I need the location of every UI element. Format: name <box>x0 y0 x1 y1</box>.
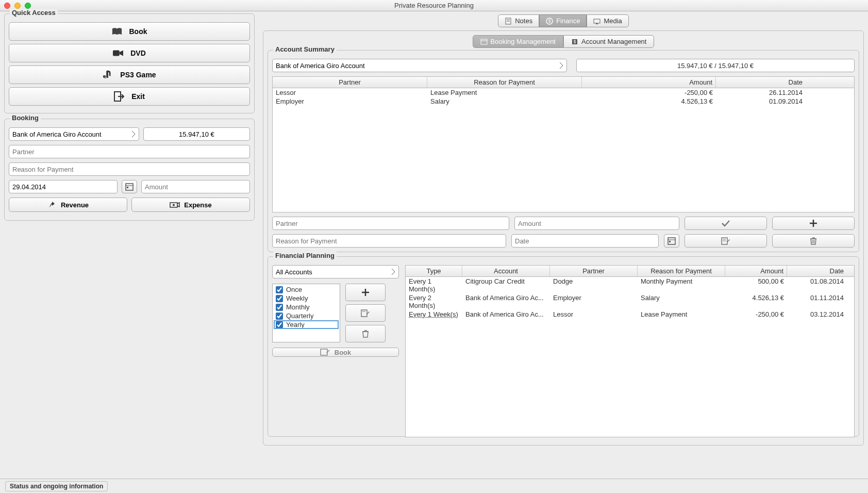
col-reason[interactable]: Reason for Payment <box>427 77 582 88</box>
tab-notes-label: Notes <box>515 17 532 25</box>
trash-icon <box>362 330 369 338</box>
frequency-label: Once <box>286 286 302 293</box>
col-amount[interactable]: Amount <box>582 77 716 88</box>
table-row[interactable]: Every 1 Month(s)Citigroup Car CreditDodg… <box>406 277 854 293</box>
subtab-account-label: Account Management <box>581 38 646 45</box>
dvd-button-label: DVD <box>130 49 146 57</box>
table-row[interactable]: EmployerSalary4.526,13 €01.09.2014 <box>273 97 854 106</box>
planning-book-label: Book <box>335 349 352 356</box>
media-icon <box>593 18 600 25</box>
frequency-label: Weekly <box>286 294 308 302</box>
expense-button[interactable]: Expense <box>131 198 250 212</box>
frequency-weekly[interactable]: Weekly <box>274 294 339 303</box>
dvd-button[interactable]: DVD <box>9 44 250 62</box>
subtab-account-management[interactable]: $ Account Management <box>563 35 654 48</box>
booking-reason-input[interactable] <box>9 162 250 176</box>
frequency-checkbox[interactable] <box>276 286 283 293</box>
col-date[interactable]: Date <box>716 77 854 88</box>
summary-account-select[interactable]: Bank of America Giro Account <box>272 59 567 72</box>
booking-balance-field[interactable] <box>143 127 250 141</box>
zoom-window-button[interactable] <box>25 3 31 9</box>
entry-confirm-button[interactable] <box>685 217 767 230</box>
minimize-window-button[interactable] <box>14 3 21 9</box>
tab-media[interactable]: Media <box>587 14 628 27</box>
book-button[interactable]: Book <box>9 22 250 41</box>
table-row[interactable]: LessorLease Payment-250,00 €26.11.2014 <box>273 88 854 97</box>
summary-balance-display: 15.947,10 € / 15.947,10 € <box>576 59 855 72</box>
frequency-checkbox[interactable] <box>276 321 283 328</box>
frequency-quarterly[interactable]: Quarterly <box>274 311 339 320</box>
entry-amount-input[interactable] <box>514 217 679 230</box>
expense-icon <box>170 201 180 208</box>
entry-reason-input[interactable] <box>272 234 506 248</box>
entry-partner-input[interactable] <box>272 217 509 230</box>
svg-text:$: $ <box>548 19 551 24</box>
booking-amount-input[interactable] <box>141 180 250 193</box>
ps3-game-button[interactable]: PS3 Game <box>9 65 250 84</box>
summary-table: Partner Reason for Payment Amount Date L… <box>272 76 855 212</box>
status-text: Status and ongoing information <box>5 481 108 491</box>
svg-rect-12 <box>594 19 600 23</box>
booking-account-select[interactable]: Bank of America Giro Account <box>9 127 139 141</box>
frequency-yearly[interactable]: Yearly <box>274 320 339 329</box>
booking-date-picker-button[interactable] <box>122 180 137 193</box>
entry-date-input[interactable] <box>511 234 659 248</box>
svg-rect-27 <box>361 310 367 317</box>
close-window-button[interactable] <box>4 3 10 9</box>
table-row[interactable]: Every 1 Week(s)Bank of America Giro Ac..… <box>406 310 854 319</box>
plan-col-partner[interactable]: Partner <box>550 266 638 276</box>
plan-col-amount[interactable]: Amount <box>725 266 787 276</box>
expense-label: Expense <box>184 201 211 209</box>
revenue-button[interactable]: Revenue <box>9 198 127 212</box>
entry-edit-button[interactable] <box>685 234 767 248</box>
booking-mgmt-icon <box>480 38 488 45</box>
main-tabs: Notes $ Finance Media <box>263 14 864 27</box>
plan-col-account[interactable]: Account <box>462 266 550 276</box>
entry-delete-button[interactable] <box>772 234 855 248</box>
planning-edit-button[interactable] <box>345 304 386 322</box>
col-partner[interactable]: Partner <box>273 77 427 88</box>
subtab-booking-management[interactable]: Booking Management <box>473 35 563 48</box>
booking-group: Booking Bank of America Giro Account <box>4 119 255 221</box>
plan-col-date[interactable]: Date <box>787 266 854 276</box>
calendar-icon <box>667 237 676 245</box>
svg-rect-14 <box>481 39 487 44</box>
subtab-booking-label: Booking Management <box>491 38 556 45</box>
frequency-monthly[interactable]: Monthly <box>274 303 339 311</box>
plan-col-type[interactable]: Type <box>406 266 462 276</box>
quick-access-group: Quick Access Book DVD PS3 Game Exit <box>4 13 255 113</box>
quick-access-legend: Quick Access <box>10 9 58 17</box>
booking-date-input[interactable] <box>9 180 118 193</box>
planning-book-button[interactable]: Book <box>272 348 399 357</box>
window-title: Private Resource Planning <box>0 2 868 9</box>
frequency-checkbox[interactable] <box>276 295 283 302</box>
svg-rect-0 <box>113 51 120 56</box>
frequency-label: Monthly <box>286 303 310 311</box>
planning-delete-button[interactable] <box>345 325 386 342</box>
book-button-label: Book <box>129 27 147 36</box>
entry-add-button[interactable] <box>772 217 855 230</box>
frequency-checkbox[interactable] <box>276 313 283 320</box>
notes-icon <box>505 18 512 25</box>
tab-finance[interactable]: $ Finance <box>539 14 587 27</box>
frequency-label: Quarterly <box>286 312 313 320</box>
table-row[interactable]: Every 2 Month(s)Bank of America Giro Ac.… <box>406 293 854 310</box>
book-action-icon <box>320 348 330 356</box>
trash-icon <box>810 237 817 245</box>
plan-col-reason[interactable]: Reason for Payment <box>638 266 725 276</box>
playstation-icon <box>103 70 113 80</box>
tab-notes[interactable]: Notes <box>498 14 539 27</box>
traffic-lights <box>4 3 31 9</box>
booking-partner-input[interactable] <box>9 145 250 158</box>
edit-icon <box>361 309 370 317</box>
exit-button[interactable]: Exit <box>9 87 250 106</box>
check-icon <box>721 220 730 227</box>
frequency-once[interactable]: Once <box>274 285 339 294</box>
entry-date-picker-button[interactable] <box>664 234 679 248</box>
account-summary-panel: Account Summary Bank of America Giro Acc… <box>268 50 859 252</box>
planning-account-select[interactable]: All Accounts <box>272 265 399 278</box>
frequency-list[interactable]: OnceWeeklyMonthlyQuarterlyYearly <box>272 284 340 342</box>
planning-add-button[interactable] <box>345 284 386 301</box>
frequency-checkbox[interactable] <box>276 304 283 311</box>
camera-icon <box>113 48 123 58</box>
